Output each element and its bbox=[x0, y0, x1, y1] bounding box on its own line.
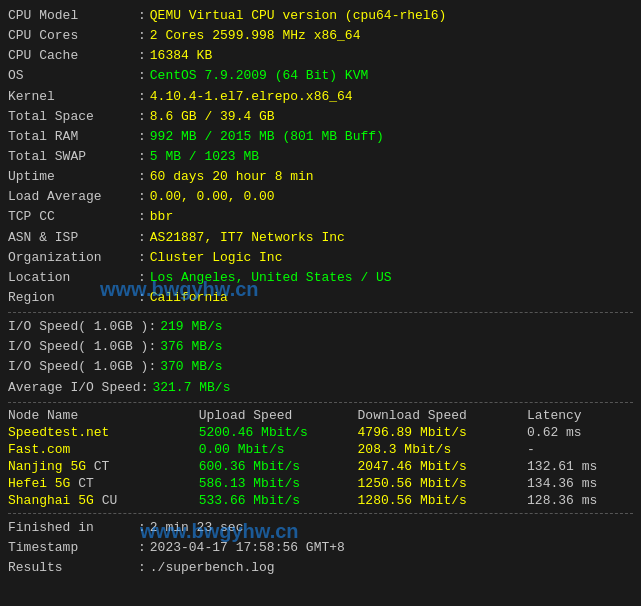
os-row: OS : CentOS 7.9.2009 (64 Bit) KVM bbox=[8, 66, 633, 86]
kernel-label: Kernel bbox=[8, 87, 138, 107]
total-ram-label: Total RAM bbox=[8, 127, 138, 147]
io-avg-row: Average I/O Speed : 321.7 MB/s bbox=[8, 378, 633, 398]
io3-row: I/O Speed( 1.0GB ) : 370 MB/s bbox=[8, 357, 633, 377]
location-value: Los Angeles, United States / US bbox=[150, 268, 392, 288]
region-value: California bbox=[150, 288, 228, 308]
tcp-cc-value: bbr bbox=[150, 207, 173, 227]
os-label: OS bbox=[8, 66, 138, 86]
speed-upload: 533.66 Mbit/s bbox=[199, 492, 358, 509]
total-swap-label: Total SWAP bbox=[8, 147, 138, 167]
total-ram-row: Total RAM : 992 MB / 2015 MB (801 MB Buf… bbox=[8, 127, 633, 147]
io-avg-value: 321.7 MB/s bbox=[152, 378, 230, 398]
uptime-value: 60 days 20 hour 8 min bbox=[150, 167, 314, 187]
total-space-value: 8.6 GB / 39.4 GB bbox=[150, 107, 275, 127]
divider-2 bbox=[8, 402, 633, 403]
asn-row: ASN & ISP : AS21887, IT7 Networks Inc bbox=[8, 228, 633, 248]
total-swap-value: 5 MB / 1023 MB bbox=[150, 147, 259, 167]
speed-latency: - bbox=[527, 441, 633, 458]
cpu-model-label: CPU Model bbox=[8, 6, 138, 26]
speed-table-row: Nanjing 5G CT600.36 Mbit/s2047.46 Mbit/s… bbox=[8, 458, 633, 475]
kernel-row: Kernel : 4.10.4-1.el7.elrepo.x86_64 bbox=[8, 87, 633, 107]
cpu-cores-value: 2 Cores 2599.998 MHz x86_64 bbox=[150, 26, 361, 46]
speed-download: 4796.89 Mbit/s bbox=[358, 424, 527, 441]
io1-row: I/O Speed( 1.0GB ) : 219 MB/s bbox=[8, 317, 633, 337]
timestamp-value: 2023-04-17 17:58:56 GMT+8 bbox=[150, 538, 345, 558]
node-label-text: CU bbox=[94, 493, 117, 508]
uptime-row: Uptime : 60 days 20 hour 8 min bbox=[8, 167, 633, 187]
system-info-section: CPU Model : QEMU Virtual CPU version (cp… bbox=[8, 6, 633, 308]
speed-node-name: Fast.com bbox=[8, 441, 199, 458]
org-label: Organization bbox=[8, 248, 138, 268]
divider-1 bbox=[8, 312, 633, 313]
load-avg-value: 0.00, 0.00, 0.00 bbox=[150, 187, 275, 207]
io1-value: 219 MB/s bbox=[160, 317, 222, 337]
divider-3 bbox=[8, 513, 633, 514]
speed-download: 1280.56 Mbit/s bbox=[358, 492, 527, 509]
speed-node-name: Shanghai 5G CU bbox=[8, 492, 199, 509]
io-avg-label: Average I/O Speed bbox=[8, 378, 141, 398]
speed-upload: 586.13 Mbit/s bbox=[199, 475, 358, 492]
cpu-cores-row: CPU Cores : 2 Cores 2599.998 MHz x86_64 bbox=[8, 26, 633, 46]
location-label: Location bbox=[8, 268, 138, 288]
load-avg-label: Load Average bbox=[8, 187, 138, 207]
node-name-text: Speedtest.net bbox=[8, 425, 109, 440]
finished-label: Finished in bbox=[8, 518, 138, 538]
node-name-text: Nanjing 5G bbox=[8, 459, 86, 474]
region-row: Region : California bbox=[8, 288, 633, 308]
cpu-model-row: CPU Model : QEMU Virtual CPU version (cp… bbox=[8, 6, 633, 26]
timestamp-label: Timestamp bbox=[8, 538, 138, 558]
total-space-row: Total Space : 8.6 GB / 39.4 GB bbox=[8, 107, 633, 127]
timestamp-row: Timestamp : 2023-04-17 17:58:56 GMT+8 bbox=[8, 538, 633, 558]
tcp-cc-label: TCP CC bbox=[8, 207, 138, 227]
cpu-model-value: QEMU Virtual CPU version (cpu64-rhel6) bbox=[150, 6, 446, 26]
load-avg-row: Load Average : 0.00, 0.00, 0.00 bbox=[8, 187, 633, 207]
speed-download: 2047.46 Mbit/s bbox=[358, 458, 527, 475]
speed-latency: 128.36 ms bbox=[527, 492, 633, 509]
speed-table: Node Name Upload Speed Download Speed La… bbox=[8, 407, 633, 509]
speed-upload: 600.36 Mbit/s bbox=[199, 458, 358, 475]
results-label: Results bbox=[8, 558, 138, 578]
speed-download: 1250.56 Mbit/s bbox=[358, 475, 527, 492]
node-label-text: CT bbox=[86, 459, 109, 474]
io3-label: I/O Speed( 1.0GB ) bbox=[8, 357, 148, 377]
node-name-text: Shanghai 5G bbox=[8, 493, 94, 508]
speed-upload: 5200.46 Mbit/s bbox=[199, 424, 358, 441]
speed-node-name: Speedtest.net bbox=[8, 424, 199, 441]
cpu-cache-label: CPU Cache bbox=[8, 46, 138, 66]
region-label: Region bbox=[8, 288, 138, 308]
speed-latency: 132.61 ms bbox=[527, 458, 633, 475]
speed-download: 208.3 Mbit/s bbox=[358, 441, 527, 458]
asn-value: AS21887, IT7 Networks Inc bbox=[150, 228, 345, 248]
speed-table-header: Node Name Upload Speed Download Speed La… bbox=[8, 407, 633, 424]
speed-node-name: Nanjing 5G CT bbox=[8, 458, 199, 475]
cpu-cache-value: 16384 KB bbox=[150, 46, 212, 66]
org-row: Organization : Cluster Logic Inc bbox=[8, 248, 633, 268]
os-value: CentOS 7.9.2009 (64 Bit) KVM bbox=[150, 66, 368, 86]
speed-table-row: Shanghai 5G CU533.66 Mbit/s1280.56 Mbit/… bbox=[8, 492, 633, 509]
col-node-header: Node Name bbox=[8, 407, 199, 424]
node-name-text: Hefei 5G bbox=[8, 476, 70, 491]
results-value: ./superbench.log bbox=[150, 558, 275, 578]
col-upload-header: Upload Speed bbox=[199, 407, 358, 424]
node-name-text: Fast.com bbox=[8, 442, 70, 457]
col-latency-header: Latency bbox=[527, 407, 633, 424]
speed-table-row: Speedtest.net5200.46 Mbit/s4796.89 Mbit/… bbox=[8, 424, 633, 441]
footer-section: Finished in : 2 min 23 sec Timestamp : 2… bbox=[8, 518, 633, 578]
io3-value: 370 MB/s bbox=[160, 357, 222, 377]
speedtest-section: Node Name Upload Speed Download Speed La… bbox=[8, 407, 633, 509]
results-row: Results : ./superbench.log bbox=[8, 558, 633, 578]
total-ram-value: 992 MB / 2015 MB (801 MB Buff) bbox=[150, 127, 384, 147]
io2-row: I/O Speed( 1.0GB ) : 376 MB/s bbox=[8, 337, 633, 357]
speed-upload: 0.00 Mbit/s bbox=[199, 441, 358, 458]
asn-label: ASN & ISP bbox=[8, 228, 138, 248]
speed-node-name: Hefei 5G CT bbox=[8, 475, 199, 492]
speed-table-row: Hefei 5G CT586.13 Mbit/s1250.56 Mbit/s13… bbox=[8, 475, 633, 492]
org-value: Cluster Logic Inc bbox=[150, 248, 283, 268]
speed-table-row: Fast.com0.00 Mbit/s208.3 Mbit/s- bbox=[8, 441, 633, 458]
speed-latency: 134.36 ms bbox=[527, 475, 633, 492]
finished-row: Finished in : 2 min 23 sec bbox=[8, 518, 633, 538]
speed-latency: 0.62 ms bbox=[527, 424, 633, 441]
cpu-cache-row: CPU Cache : 16384 KB bbox=[8, 46, 633, 66]
location-row: Location : Los Angeles, United States / … bbox=[8, 268, 633, 288]
main-container: CPU Model : QEMU Virtual CPU version (cp… bbox=[0, 0, 641, 584]
